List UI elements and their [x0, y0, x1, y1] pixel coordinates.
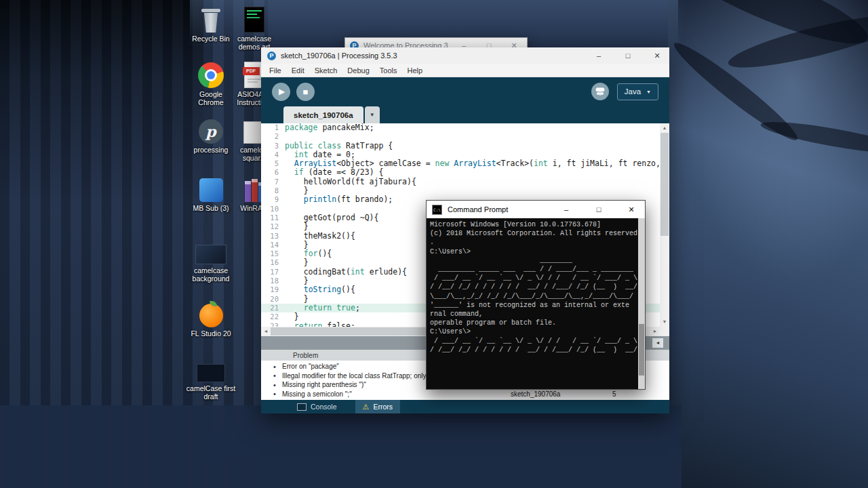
cmd-output: Microsoft Windows [Version 10.0.17763.67… [430, 220, 645, 354]
icon-label: FL Studio 20 [191, 329, 231, 338]
menu-bar: File Edit Sketch Debug Tools Help [261, 64, 669, 77]
line-number: 19 [261, 285, 285, 294]
menu-file[interactable]: File [269, 66, 281, 75]
cmd-scrollbar[interactable] [638, 218, 645, 389]
scroll-up-icon[interactable]: ▲ [660, 123, 669, 133]
line-number: 15 [261, 249, 285, 258]
code-line[interactable]: 1package pancakeMix; [261, 123, 660, 132]
cmd-line: _________ _____ ___ ___ / / ____/___ _ _… [430, 265, 645, 274]
console-icon [297, 403, 307, 411]
close-button[interactable]: ✕ [645, 52, 669, 60]
tab-label: sketch_190706a [294, 111, 353, 119]
line-number: 21 [261, 304, 285, 312]
tab-strip: sketch_190706a ▼ [261, 106, 669, 123]
stop-button[interactable]: ■ [296, 83, 315, 101]
code-line[interactable]: 7 helloWorld(ft ajTabura){ [261, 178, 660, 186]
menu-sketch[interactable]: Sketch [315, 66, 338, 75]
code-text: if (date =< 8/23) { [285, 168, 660, 177]
cmd-titlebar[interactable]: C:\ Command Prompt – □ ✕ [427, 201, 645, 218]
problem-column-header: Problem [293, 352, 318, 359]
error-text: Missing right parenthesis ")" [282, 381, 366, 388]
code-line[interactable]: 3public class RatTrapp { [261, 142, 660, 150]
cmd-line: C:\Users\> [430, 327, 645, 336]
scroll-down-icon[interactable]: ▼ [660, 317, 669, 327]
minimize-button[interactable]: – [587, 52, 611, 60]
bullet-icon: • [273, 363, 282, 371]
fl-studio-icon [199, 300, 223, 327]
menu-edit[interactable]: Edit [292, 66, 304, 75]
warning-icon: ⚠ [363, 403, 370, 411]
run-button[interactable]: ▶ [272, 83, 290, 101]
code-line[interactable]: 8 } [261, 186, 660, 195]
error-line: 5 [612, 390, 616, 398]
cmd-terminal[interactable]: Microsoft Windows [Version 10.0.17763.67… [427, 218, 645, 389]
toolbar: ▶ ■ Java ▼ [261, 77, 669, 106]
cmd-line: C:\Users\> [430, 247, 645, 256]
chevron-down-icon: ▼ [370, 112, 375, 118]
tab-errors[interactable]: ⚠ Errors [355, 400, 400, 413]
error-text: Illegal modifier for the local class Rat… [282, 372, 432, 380]
editor-vertical-scrollbar[interactable]: ▲ ▼ [660, 123, 669, 327]
code-line[interactable]: 4 int date = 0; [261, 150, 660, 159]
tab-menu-button[interactable]: ▼ [365, 106, 380, 123]
processing-app-icon: P [267, 52, 276, 60]
menu-help[interactable]: Help [407, 66, 422, 75]
error-text: Error on "package" [282, 363, 339, 370]
recycle-bin-icon [201, 5, 220, 33]
debug-button[interactable] [591, 83, 609, 100]
tab-console[interactable]: Console [290, 400, 344, 413]
code-line[interactable]: 6 if (date =< 8/23) { [261, 168, 660, 177]
errors-label: Errors [373, 403, 393, 411]
code-text: helloWorld(ft ajTabura){ [285, 178, 660, 186]
console-label: Console [311, 403, 337, 411]
scroll-right-icon[interactable]: ► [650, 327, 660, 336]
line-number: 6 [261, 168, 285, 177]
collapse-console-button[interactable]: ◄ [652, 338, 663, 348]
palm-frond [759, 116, 868, 159]
line-number: 4 [261, 150, 285, 159]
menu-tools[interactable]: Tools [380, 66, 397, 75]
image-thumbnail-icon [197, 355, 225, 382]
maximize-button[interactable]: □ [585, 201, 612, 218]
cmd-line: operable program or batch file. [430, 319, 645, 327]
line-number: 9 [261, 195, 285, 204]
code-line[interactable]: 2 [261, 132, 660, 141]
line-number: 23 [261, 322, 285, 327]
icon-label: Recycle Bin [192, 35, 229, 43]
scroll-left-icon[interactable]: ◄ [261, 327, 271, 336]
cmd-line: \___/\__,_/_/ /_/ /_/\___/_/\____/\__,_/… [430, 292, 645, 301]
code-text: int date = 0; [285, 150, 660, 159]
error-text: Missing a semicolon ";" [282, 390, 352, 398]
scrollbar-corner [660, 327, 669, 336]
wallpaper-left [0, 0, 203, 488]
line-number: 14 [261, 241, 285, 249]
code-text: package pancakeMix; [285, 123, 660, 132]
cmd-line: rnal command, [430, 310, 645, 319]
cmd-line: / ___/ __ `/ __ `__ \/ _ \/ / / / __ `/ … [430, 274, 645, 283]
close-button[interactable]: ✕ [618, 201, 645, 218]
desktop-icon-camelcase-demos-art[interactable]: camelcase demos art [229, 5, 280, 52]
stop-icon: ■ [303, 87, 309, 96]
desktop-icon-camelcase-first-draft[interactable]: camelCase first draft [185, 355, 237, 401]
code-art-icon [244, 5, 264, 33]
desktop-icon-fl-studio-20[interactable]: FL Studio 20 [185, 300, 237, 338]
menu-debug[interactable]: Debug [347, 66, 369, 75]
minimize-button[interactable]: – [553, 201, 580, 218]
maximize-button[interactable]: □ [616, 52, 640, 60]
scrollbar-thumb[interactable] [639, 324, 644, 375]
cmd-line: '______' is not recognized as an interna… [430, 301, 645, 310]
cmd-line: / /__/ /_/ / / / / / / __/ / /___/ /_/ (… [430, 283, 645, 291]
ide-titlebar[interactable]: P sketch_190706a | Processing 3.5.3 – □ … [261, 47, 669, 64]
line-number: 1 [261, 123, 285, 132]
line-number: 7 [261, 178, 285, 186]
error-row[interactable]: •Missing a semicolon ";"sketch_190706a5 [261, 390, 669, 399]
wallpaper-building [0, 405, 682, 488]
cmd-line: ________ [430, 256, 645, 265]
scrollbar-thumb[interactable] [660, 133, 669, 236]
tab-sketch[interactable]: sketch_190706a [283, 106, 363, 123]
code-text: } [285, 186, 660, 195]
desktop-icon-camelcase-background[interactable]: camelcase background [185, 237, 237, 283]
code-line[interactable]: 5 ArrayList<Object> camelCase = new Arra… [261, 159, 660, 168]
mode-selector[interactable]: Java ▼ [617, 83, 658, 100]
line-number: 8 [261, 186, 285, 195]
